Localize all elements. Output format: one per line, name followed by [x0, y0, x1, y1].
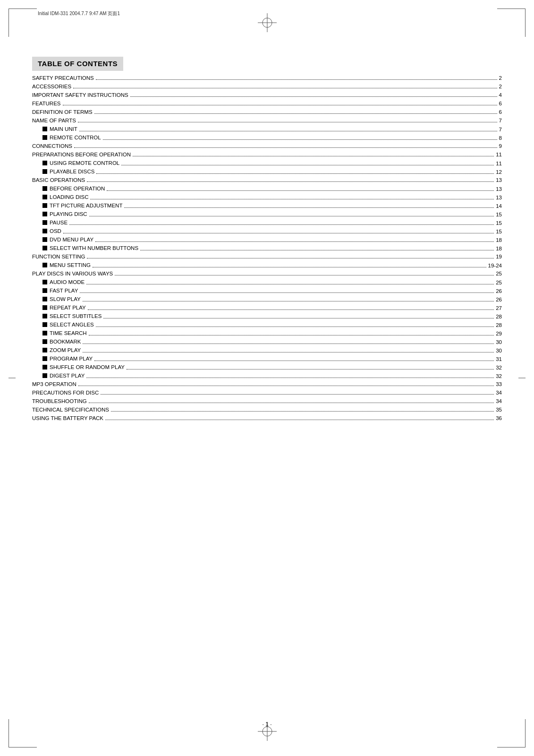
toc-entry-label: SLOW PLAY	[32, 296, 81, 302]
toc-row: AUDIO MODE25	[32, 279, 502, 287]
toc-row: DEFINITION OF TERMS6	[32, 109, 502, 117]
toc-row: PREPARATIONS BEFORE OPERATION11	[32, 151, 502, 160]
toc-row: PRECAUTIONS FOR DISC34	[32, 389, 502, 398]
toc-dots	[96, 173, 494, 174]
corner-mark-top-right	[497, 9, 526, 37]
toc-dots	[87, 258, 494, 258]
toc-entry-label: TFT PICTURE ADJUSTMENT	[32, 203, 122, 208]
toc-entry-label: MP3 OPERATION	[32, 381, 76, 387]
toc-bullet-icon	[42, 203, 47, 208]
side-mark-right	[518, 378, 526, 378]
toc-dots	[74, 147, 497, 148]
toc-bullet-icon	[42, 161, 47, 165]
corner-mark-bottom-right	[497, 719, 526, 747]
toc-page-number: 2	[499, 75, 502, 81]
toc-entry-label: ACCESSORIES	[32, 84, 71, 89]
toc-entry-label: REPEAT PLAY	[32, 305, 86, 310]
toc-row: PAUSE15	[32, 219, 502, 228]
toc-page-number: 9	[499, 143, 502, 149]
toc-dots	[89, 403, 494, 403]
toc-bullet-icon	[42, 322, 47, 327]
toc-bullet-icon	[42, 263, 47, 267]
toc-row: MP3 OPERATION33	[32, 381, 502, 389]
toc-page-number: 18	[496, 237, 502, 243]
toc-row: DVD MENU PLAY18	[32, 236, 502, 245]
toc-dots	[69, 224, 494, 225]
toc-bullet-icon	[42, 331, 47, 335]
toc-entry-label: SHUFFLE OR RANDOM PLAY	[32, 364, 125, 370]
toc-page-number: 28	[496, 314, 502, 319]
toc-row: USING THE BATTERY PACK36	[32, 415, 502, 423]
toc-page-number: 27	[496, 305, 502, 311]
toc-bullet-icon	[42, 229, 47, 233]
toc-row: PLAYABLE DISCS12	[32, 168, 502, 177]
toc-entry-label: SELECT WITH NUMBER BUTTONS	[32, 245, 138, 251]
toc-entry-label: LOADING DISC	[32, 194, 88, 200]
toc-page-number: 11	[496, 161, 502, 166]
toc-page-number: 33	[496, 381, 502, 387]
toc-row: SLOW PLAY26	[32, 296, 502, 304]
toc-row: IMPORTANT SAFETY INSTRUCTIONS4	[32, 92, 502, 100]
toc-dots	[95, 241, 494, 242]
header: Initial IDM-331 2004.7.7 9:47 AM 页面1	[38, 10, 496, 19]
toc-page-number: 34	[496, 398, 502, 404]
toc-dots	[78, 122, 497, 122]
toc-dots	[63, 233, 494, 233]
toc-bullet-icon	[42, 135, 47, 140]
toc-dots	[80, 292, 494, 293]
toc-dots	[96, 79, 497, 80]
toc-row: LOADING DISC13	[32, 194, 502, 202]
toc-dots	[103, 139, 497, 140]
toc-page-number: 6	[499, 109, 502, 115]
toc-entry-label: PLAYABLE DISCS	[32, 169, 94, 174]
toc-dots	[83, 301, 494, 301]
toc-page-number: 19-24	[488, 263, 502, 268]
toc-entry-label: TECHNICAL SPECIFICATIONS	[32, 407, 109, 412]
toc-page-number: 14	[496, 203, 502, 209]
toc-entry-label: USING THE BATTERY PACK	[32, 415, 103, 421]
toc-dots	[140, 250, 494, 250]
toc-page-number: 6	[499, 101, 502, 106]
toc-bullet-icon	[42, 237, 47, 242]
toc-page-number: 25	[496, 280, 502, 285]
toc-page-number: 2	[499, 84, 502, 89]
toc-dots	[101, 394, 494, 395]
toc-row: BOOKMARK30	[32, 338, 502, 347]
toc-bullet-icon	[42, 373, 47, 378]
toc-dots	[107, 190, 494, 191]
toc-page-number: 15	[496, 212, 502, 217]
toc-dots	[127, 369, 494, 369]
toc-dots	[105, 420, 494, 420]
toc-page-number: 26	[496, 288, 502, 294]
toc-row: SELECT SUBTITLES28	[32, 313, 502, 321]
toc-row: SELECT ANGLES28	[32, 321, 502, 330]
toc-page-number: 34	[496, 390, 502, 395]
toc-dots	[130, 96, 497, 97]
toc-page-number: 7	[499, 127, 502, 132]
toc-bullet-icon	[42, 365, 47, 369]
toc-entry-label: PLAY DISCS IN VARIOUS WAYS	[32, 271, 113, 276]
toc-dots	[121, 165, 494, 165]
toc-dots	[133, 156, 494, 156]
toc-dots	[90, 199, 494, 199]
toc-entry-label: DEFINITION OF TERMS	[32, 109, 93, 115]
toc-row: ZOOM PLAY30	[32, 347, 502, 355]
toc-row: NAME OF PARTS7	[32, 117, 502, 126]
page: Initial IDM-331 2004.7.7 9:47 AM 页面1 TAB…	[0, 0, 534, 756]
toc-entry-label: DIGEST PLAY	[32, 373, 85, 378]
toc-entry-label: NAME OF PARTS	[32, 118, 76, 123]
toc-entry-label: FEATURES	[32, 101, 61, 106]
toc-entry-label: PREPARATIONS BEFORE OPERATION	[32, 152, 131, 157]
toc-dots	[96, 326, 494, 327]
toc-bullet-icon	[42, 127, 47, 131]
toc-page-number: 30	[496, 348, 502, 353]
toc-page-number: 29	[496, 331, 502, 336]
toc-page-number: 12	[496, 169, 502, 175]
toc-page-number: 15	[496, 229, 502, 234]
toc-page-number: 11	[496, 152, 502, 157]
toc-bullet-icon	[42, 246, 47, 250]
toc-dots	[87, 181, 494, 182]
toc-row: CONNECTIONS9	[32, 143, 502, 151]
toc-dots	[89, 216, 494, 216]
toc-entry-label: SELECT SUBTITLES	[32, 313, 102, 319]
